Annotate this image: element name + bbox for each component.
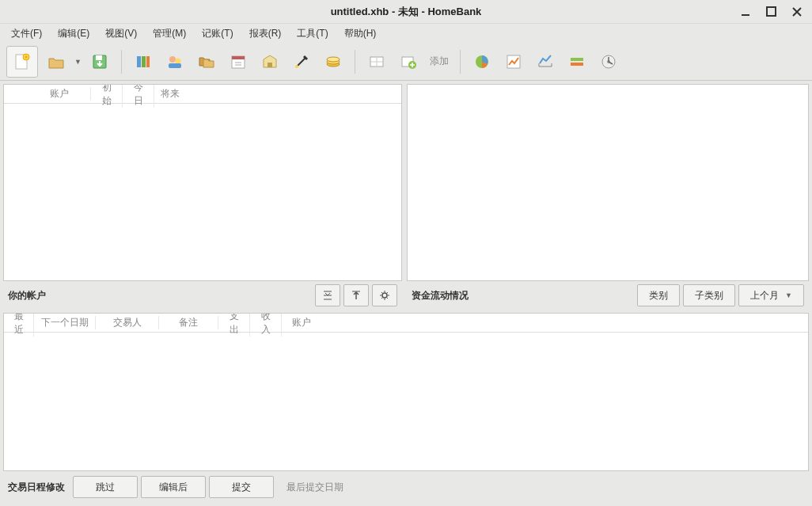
menu-file[interactable]: 文件(F) [5, 25, 48, 43]
col-next-date[interactable]: 下一个日期 [34, 316, 96, 329]
add-label: 添加 [427, 55, 452, 68]
col-income[interactable]: 收入 [250, 313, 282, 337]
skip-button[interactable]: 跳过 [73, 476, 138, 498]
window-title: untitled.xhb - 未知 - HomeBank [331, 5, 482, 19]
flow-chart-area [407, 84, 809, 281]
svg-rect-6 [137, 56, 141, 67]
manage-assignments-button[interactable] [288, 48, 315, 75]
titlebar: untitled.xhb - 未知 - HomeBank [0, 0, 812, 24]
col-initial[interactable]: 初始 [91, 84, 123, 108]
close-button[interactable] [791, 6, 806, 17]
show-transactions-button[interactable] [363, 48, 390, 75]
post-button[interactable]: 提交 [209, 476, 274, 498]
minimize-button[interactable] [741, 6, 755, 17]
svg-point-18 [327, 57, 340, 62]
manage-scheduled-button[interactable] [225, 48, 252, 75]
svg-rect-7 [142, 56, 146, 67]
scheduled-panel: 最近 下一个日期 交易人 备注 支出 收入 账户 交易日程修改 跳过 编辑后 提… [3, 313, 809, 503]
expand-all-button[interactable] [315, 284, 340, 306]
menu-reports[interactable]: 报表(R) [243, 25, 288, 43]
budget-report-button[interactable] [563, 48, 590, 75]
menu-view[interactable]: 视图(V) [99, 25, 143, 43]
col-account[interactable]: 账户 [28, 87, 91, 101]
range-dropdown[interactable]: 上个月 ▼ [738, 284, 804, 306]
add-transaction-button[interactable] [395, 48, 422, 75]
svg-rect-8 [146, 56, 150, 67]
category-button[interactable]: 类别 [637, 284, 680, 306]
svg-rect-13 [232, 56, 245, 59]
manage-budget-button[interactable] [256, 48, 283, 75]
accounts-panel-title: 你的帐户 [8, 289, 312, 302]
subcategory-button[interactable]: 子类别 [683, 284, 735, 306]
edit-post-button[interactable]: 编辑后 [141, 476, 206, 498]
window-controls [741, 6, 806, 17]
new-file-button[interactable] [6, 46, 38, 78]
col-expense[interactable]: 支出 [218, 313, 250, 337]
currencies-button[interactable] [320, 48, 347, 75]
vehicle-report-button[interactable] [595, 48, 622, 75]
svg-rect-0 [742, 14, 749, 16]
save-button[interactable] [86, 48, 113, 75]
svg-rect-24 [571, 58, 583, 61]
accounts-table[interactable]: 账户 初始 今日 将来 [3, 84, 402, 281]
flow-panel-title: 资金流动情况 [412, 289, 634, 302]
open-dropdown-caret[interactable]: ▼ [74, 58, 82, 66]
menu-manage[interactable]: 管理(M) [146, 25, 192, 43]
svg-rect-14 [268, 63, 272, 67]
svg-point-15 [295, 65, 298, 68]
flow-panel: 资金流动情况 类别 子类别 上个月 ▼ [407, 84, 809, 310]
col-today[interactable]: 今日 [123, 84, 154, 108]
scheduled-panel-title: 交易日程修改 [8, 481, 65, 494]
chevron-down-icon: ▼ [785, 291, 792, 299]
col-memo[interactable]: 备注 [159, 316, 218, 329]
svg-point-10 [175, 58, 180, 63]
manage-categories-button[interactable] [193, 48, 220, 75]
col-future[interactable]: 将来 [154, 87, 186, 101]
manage-accounts-button[interactable] [130, 48, 157, 75]
statistics-report-button[interactable] [469, 48, 495, 75]
col-payee[interactable]: 交易人 [96, 316, 159, 329]
svg-point-28 [382, 293, 387, 298]
last-post-date-label: 最后提交日期 [286, 481, 343, 494]
balance-report-button[interactable] [532, 48, 559, 75]
trend-report-button[interactable] [500, 48, 527, 75]
col-recent[interactable]: 最近 [4, 313, 34, 337]
open-file-button[interactable] [43, 48, 70, 75]
menu-edit[interactable]: 编辑(E) [51, 25, 96, 43]
manage-payees-button[interactable] [161, 48, 188, 75]
accounts-panel: 账户 初始 今日 将来 你的帐户 [3, 84, 402, 310]
svg-rect-11 [169, 63, 181, 68]
col-account2[interactable]: 账户 [282, 316, 321, 329]
menu-tools[interactable]: 工具(T) [290, 25, 334, 43]
menubar: 文件(F) 编辑(E) 视图(V) 管理(M) 记账(T) 报表(R) 工具(T… [0, 24, 812, 43]
collapse-all-button[interactable] [343, 284, 369, 306]
scheduled-table[interactable]: 最近 下一个日期 交易人 备注 支出 收入 账户 [3, 313, 809, 471]
menu-transactions[interactable]: 记账(T) [195, 25, 239, 43]
range-dropdown-label: 上个月 [750, 289, 779, 302]
svg-point-9 [169, 56, 176, 63]
accounts-settings-button[interactable] [372, 284, 397, 306]
svg-rect-1 [767, 7, 776, 16]
toolbar: ▼ 添加 [0, 43, 812, 81]
svg-rect-5 [96, 55, 102, 60]
svg-rect-25 [571, 63, 583, 66]
main-area: 账户 初始 今日 将来 你的帐户 [0, 81, 812, 506]
menu-help[interactable]: 帮助(H) [338, 25, 383, 43]
maximize-button[interactable] [766, 6, 780, 17]
